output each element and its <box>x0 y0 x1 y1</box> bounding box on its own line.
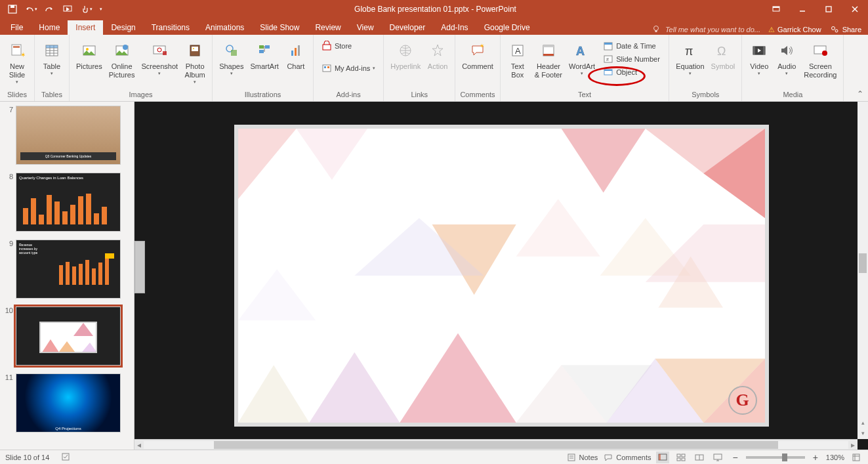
minimize-icon[interactable] <box>789 0 816 18</box>
tab-home[interactable]: Home <box>31 20 68 35</box>
undo-icon[interactable]: ▾ <box>24 2 38 16</box>
photo-album-button[interactable]: Photo Album▾ <box>182 39 208 87</box>
textbox-button[interactable]: AText Box <box>505 39 531 81</box>
group-illustrations: Shapes▾ SmartArt Chart Illustrations <box>213 35 314 101</box>
group-tables: Table▾ Tables <box>35 35 70 101</box>
svg-rect-115 <box>659 454 661 460</box>
tab-animations[interactable]: Animations <box>197 20 252 35</box>
notes-button[interactable]: Notes <box>566 452 598 463</box>
tab-view[interactable]: View <box>349 20 382 35</box>
thumbnail-7[interactable]: Q3 Consumer Banking Updates <box>16 106 121 165</box>
tab-insert[interactable]: Insert <box>68 20 103 35</box>
svg-rect-111 <box>568 454 575 461</box>
slide-number-icon: # <box>603 54 613 64</box>
chart-button[interactable]: Chart <box>283 39 309 72</box>
slide-number-button[interactable]: #Slide Number <box>600 53 663 65</box>
svg-marker-92 <box>561 129 645 192</box>
collapse-ribbon-icon[interactable]: ⌃ <box>855 89 865 100</box>
my-addins-icon <box>321 63 332 74</box>
thumbnail-10[interactable] <box>16 306 121 366</box>
table-button[interactable]: Table▾ <box>39 39 65 78</box>
slide-canvas[interactable]: G ▴▾ ◂▸ <box>134 102 868 450</box>
slide-counter[interactable]: Slide 10 of 14 <box>5 453 49 461</box>
slide-sorter-icon[interactable] <box>674 452 688 463</box>
svg-text:✶: ✶ <box>20 51 25 58</box>
svg-marker-88 <box>73 323 93 336</box>
pictures-button[interactable]: Pictures <box>73 39 105 72</box>
screenshot-button[interactable]: Screenshot▾ <box>139 39 181 78</box>
ribbon-display-icon[interactable] <box>763 0 789 18</box>
reading-view-icon[interactable] <box>693 452 706 463</box>
user-name: Garrick Chow <box>777 26 821 33</box>
header-footer-button[interactable]: Header & Footer <box>532 39 565 81</box>
qat-customize-icon[interactable]: ▾ <box>97 7 102 12</box>
svg-rect-66 <box>23 208 28 224</box>
svg-rect-80 <box>79 264 83 285</box>
svg-rect-41 <box>323 45 331 50</box>
close-icon[interactable] <box>842 0 868 18</box>
video-button[interactable]: Video▾ <box>746 39 772 78</box>
svg-rect-51 <box>543 54 554 56</box>
my-addins-button[interactable]: My Add-ins ▾ <box>319 62 378 74</box>
online-pictures-icon <box>112 40 133 61</box>
zoom-out-button[interactable]: − <box>730 452 740 463</box>
tab-slideshow[interactable]: Slide Show <box>252 20 307 35</box>
wordart-button[interactable]: AWordArt▾ <box>566 39 598 78</box>
thumbnail-11[interactable]: Q4 Projections <box>16 373 121 432</box>
maximize-icon[interactable] <box>816 0 842 18</box>
slideshow-view-icon[interactable] <box>711 452 724 463</box>
start-from-beginning-icon[interactable] <box>60 2 75 16</box>
slide-thumbnails[interactable]: 7 Q3 Consumer Banking Updates 8 Quarterl… <box>0 102 134 450</box>
svg-rect-6 <box>826 7 831 12</box>
online-pictures-button[interactable]: Online Pictures <box>106 39 138 81</box>
user-signin[interactable]: ⚠ Garrick Chow <box>768 26 821 34</box>
svg-text:✶: ✶ <box>480 43 485 49</box>
tab-addins[interactable]: Add-Ins <box>433 20 476 35</box>
statusbar: Slide 10 of 14 Notes Comments − + 130% <box>0 450 868 464</box>
redo-icon[interactable] <box>42 2 56 16</box>
group-images: Pictures Online Pictures Screenshot▾ Pho… <box>70 35 213 101</box>
zoom-level[interactable]: 130% <box>826 453 844 461</box>
spellcheck-icon[interactable] <box>61 452 72 463</box>
vertical-scrollbar[interactable]: ▴▾ <box>858 102 868 439</box>
current-slide[interactable]: G <box>234 125 769 427</box>
quick-access-toolbar: ▾ ▾ ▾ <box>0 2 108 16</box>
svg-rect-81 <box>85 260 89 285</box>
comment-button[interactable]: ✶Comment <box>459 39 496 72</box>
svg-marker-103 <box>400 333 516 423</box>
tell-me-search[interactable]: Tell me what you want to do... <box>651 24 760 35</box>
store-button[interactable]: Store <box>319 40 378 52</box>
touch-mode-icon[interactable]: ▾ <box>79 2 93 16</box>
smartart-icon <box>254 40 275 61</box>
tab-design[interactable]: Design <box>103 20 143 35</box>
equation-button[interactable]: πEquation▾ <box>673 39 707 78</box>
share-button[interactable]: Share <box>829 24 861 35</box>
tab-transitions[interactable]: Transitions <box>144 20 197 35</box>
horizontal-scrollbar[interactable]: ◂▸ <box>134 439 858 450</box>
zoom-in-button[interactable]: + <box>810 452 821 463</box>
save-icon[interactable] <box>5 2 20 16</box>
audio-button[interactable]: Audio▾ <box>774 39 800 78</box>
svg-rect-35 <box>259 45 264 49</box>
fit-to-window-icon[interactable] <box>850 452 863 463</box>
date-time-button[interactable]: Date & Time <box>600 40 663 52</box>
comments-button[interactable]: Comments <box>603 452 651 463</box>
object-button[interactable]: Object <box>600 66 663 78</box>
shapes-button[interactable]: Shapes▾ <box>217 39 246 78</box>
tab-file[interactable]: File <box>3 20 31 35</box>
normal-view-icon[interactable] <box>656 452 669 463</box>
tab-googledrive[interactable]: Google Drive <box>476 20 538 35</box>
textbox-icon: A <box>507 40 528 61</box>
screen-recording-button[interactable]: Screen Recording <box>801 39 839 81</box>
new-slide-button[interactable]: ✶ New Slide▾ <box>4 39 30 87</box>
zoom-slider[interactable] <box>746 456 805 459</box>
svg-marker-100 <box>238 269 316 320</box>
smartart-button[interactable]: SmartArt <box>247 39 281 72</box>
tab-developer[interactable]: Developer <box>382 20 434 35</box>
svg-marker-87 <box>57 341 77 353</box>
thumbnail-8[interactable]: Quarterly Changes in Loan Balances <box>16 173 121 232</box>
thumbnail-9[interactable]: Revenue increases by account type <box>16 240 121 299</box>
tab-review[interactable]: Review <box>307 20 348 35</box>
thumb-vscrollbar[interactable] <box>134 241 145 293</box>
screenshot-icon <box>149 40 170 61</box>
